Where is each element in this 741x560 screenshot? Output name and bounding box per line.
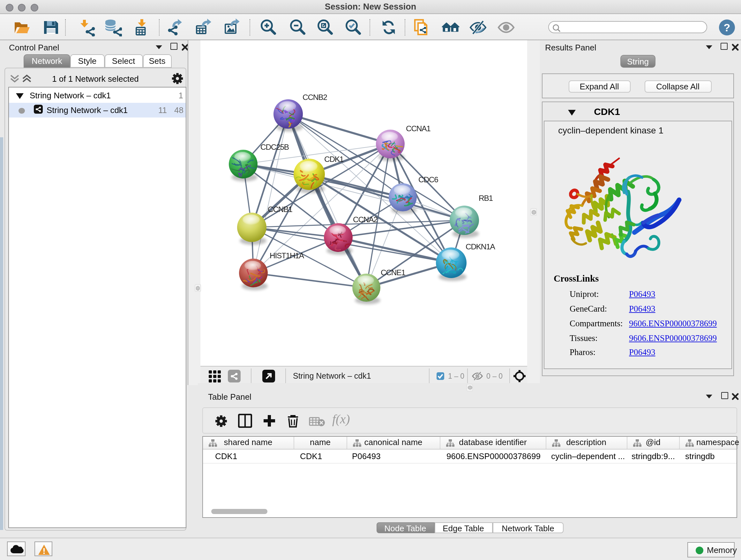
svg-text:RB1: RB1 bbox=[479, 194, 493, 202]
svg-text:CDKN1A: CDKN1A bbox=[466, 242, 495, 251]
svg-text:HIST1H1A: HIST1H1A bbox=[270, 251, 305, 260]
svg-text:CCNE1: CCNE1 bbox=[381, 268, 405, 277]
svg-text:CCNB2: CCNB2 bbox=[302, 93, 327, 102]
svg-text:CDK1: CDK1 bbox=[324, 155, 344, 164]
svg-text:CDC6: CDC6 bbox=[418, 175, 438, 184]
svg-text:CCNB1: CCNB1 bbox=[268, 205, 292, 213]
svg-text:CDC25B: CDC25B bbox=[260, 143, 289, 151]
svg-text:CCNA1: CCNA1 bbox=[406, 124, 430, 133]
svg-text:?: ? bbox=[724, 21, 730, 34]
svg-text:CCNA2: CCNA2 bbox=[353, 215, 378, 224]
